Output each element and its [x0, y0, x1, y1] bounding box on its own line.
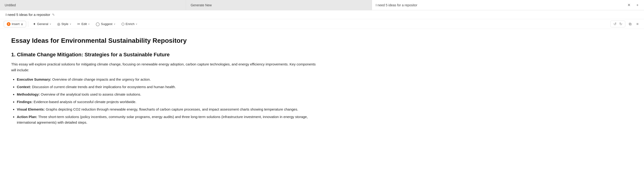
doc-title: I need 5 ideas for a repositor — [6, 13, 50, 17]
insert-button[interactable]: + Insert ∨ — [4, 21, 26, 27]
general-label: General — [37, 22, 48, 26]
toolbar: + Insert ∨ ✦ General ∨ ◎ Style ∨ ✂ Edit … — [0, 19, 644, 29]
suggest-label: Suggest — [101, 22, 112, 26]
edit-chevron-icon: ∨ — [88, 23, 90, 25]
undo-button[interactable]: ↺ — [612, 22, 618, 26]
list-item: Context: Discussion of current climate t… — [17, 84, 316, 90]
insert-plus-icon: + — [7, 22, 10, 26]
tab-bar: Untitled Generate New ✕ + — [0, 0, 644, 10]
general-button[interactable]: ✦ General ∨ — [30, 21, 54, 27]
section1-intro: This essay will explore practical soluti… — [11, 62, 316, 73]
copy-button[interactable]: ⧉ — [627, 21, 633, 27]
essay-title: Essay Ideas for Environmental Sustainabi… — [11, 37, 316, 45]
doc-title-bar: I need 5 ideas for a repositor ✎ — [0, 10, 644, 19]
enrich-button[interactable]: ⬡ Enrich ∨ — [118, 21, 140, 27]
edit-icon: ✂ — [77, 22, 80, 26]
list-item: Action Plan: Three short-term solutions … — [17, 114, 316, 125]
close-icon[interactable]: ✕ — [626, 2, 632, 8]
enrich-chevron-icon: ∨ — [136, 23, 137, 25]
toolbar-right: ↺ ↻ ⧉ ≡ — [610, 21, 640, 27]
tab-generate-label: Generate New — [190, 3, 212, 7]
doc-title-edit-icon[interactable]: ✎ — [52, 13, 55, 17]
enrich-icon: ⬡ — [122, 22, 124, 26]
tab-untitled[interactable]: Untitled — [0, 0, 186, 10]
edit-label: Edit — [82, 22, 87, 26]
tab-generate-new[interactable]: Generate New — [186, 0, 372, 10]
redo-button[interactable]: ↻ — [618, 22, 623, 26]
tab-search-bar: ✕ + — [372, 0, 644, 10]
general-icon: ✦ — [33, 22, 36, 26]
menu-button[interactable]: ≡ — [635, 21, 640, 27]
tab-untitled-label: Untitled — [5, 3, 16, 7]
edit-button[interactable]: ✂ Edit ∨ — [74, 21, 92, 27]
general-chevron-icon: ∨ — [50, 23, 51, 25]
list-item: Findings: Evidence-based analysis of suc… — [17, 99, 316, 105]
list-item: Executive Summary: Overview of climate c… — [17, 77, 316, 82]
section1-heading: 1. Climate Change Mitigation: Strategies… — [11, 51, 316, 58]
section1-bullet-list: Executive Summary: Overview of climate c… — [11, 77, 316, 125]
content-area: Essay Ideas for Environmental Sustainabi… — [0, 29, 327, 135]
insert-chevron-icon: ∨ — [21, 22, 23, 26]
style-icon: ◎ — [57, 22, 60, 26]
style-label: Style — [62, 22, 68, 26]
list-item: Visual Elements: Graphs depicting CO2 re… — [17, 107, 316, 112]
suggest-button[interactable]: ◯ Suggest ∨ — [93, 21, 118, 27]
search-bar-icons: ✕ + — [626, 2, 640, 8]
toolbar-divider-1 — [28, 21, 28, 27]
enrich-label: Enrich — [126, 22, 134, 26]
style-button[interactable]: ◎ Style ∨ — [54, 21, 74, 27]
list-item: Methodology: Overview of the analytical … — [17, 92, 316, 97]
style-chevron-icon: ∨ — [70, 23, 71, 25]
undo-redo-group: ↺ ↻ — [610, 21, 625, 27]
suggest-icon: ◯ — [96, 22, 100, 26]
insert-label: Insert — [12, 22, 20, 26]
suggest-chevron-icon: ∨ — [114, 23, 115, 25]
search-input[interactable] — [376, 3, 624, 7]
new-tab-icon[interactable]: + — [635, 2, 640, 8]
